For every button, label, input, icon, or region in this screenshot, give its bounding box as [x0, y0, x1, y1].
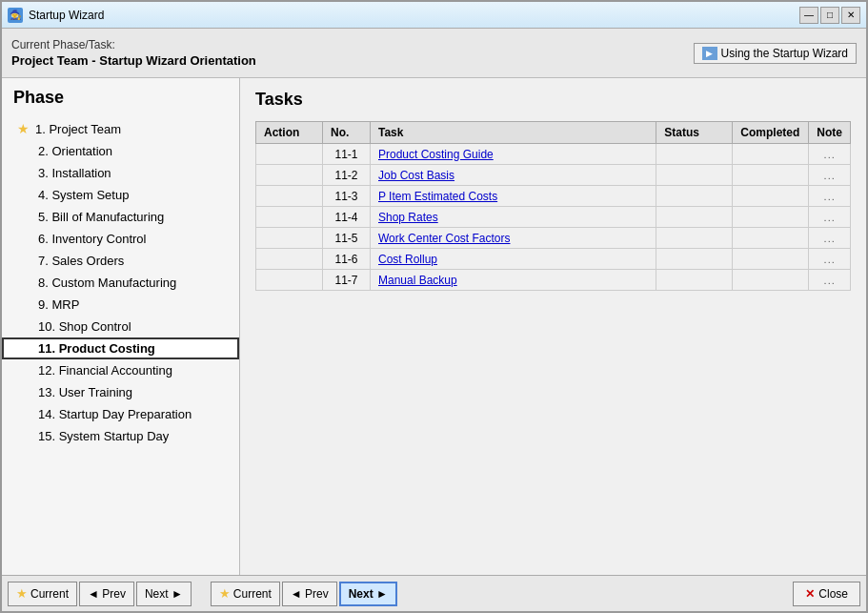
main-content: Phase ★ 1. Project Team 2. Orientation 3… — [2, 78, 866, 575]
sidebar-item-13[interactable]: 13. User Training — [2, 381, 239, 403]
sidebar-next-button[interactable]: Next ► — [136, 582, 192, 606]
table-row: 11-4 Shop Rates ... — [256, 207, 851, 228]
task-link-4[interactable]: Shop Rates — [378, 211, 438, 224]
sidebar-item-15[interactable]: 15. System Startup Day — [2, 425, 239, 447]
action-cell-3 — [256, 186, 323, 207]
status-cell-5 — [656, 228, 733, 249]
sidebar-item-5[interactable]: 5. Bill of Manufacturing — [2, 206, 239, 228]
sidebar-item-3[interactable]: 3. Installation — [2, 162, 239, 184]
sidebar-item-label-8: 8. Custom Manufacturing — [38, 276, 176, 290]
current-star-icon-left: ★ — [16, 586, 28, 601]
tasks-heading: Tasks — [255, 90, 851, 110]
ellipsis-btn-1[interactable]: ... — [824, 149, 836, 160]
no-cell-2: 11-2 — [323, 165, 371, 186]
window-close-button[interactable]: ✕ — [841, 7, 860, 24]
no-cell-3: 11-3 — [323, 186, 371, 207]
sidebar-item-label-12: 12. Financial Accounting — [38, 363, 172, 378]
completed-cell-7 — [733, 270, 809, 291]
sidebar-item-8[interactable]: 8. Custom Manufacturing — [2, 272, 239, 294]
task-link-3[interactable]: P Item Estimated Costs — [378, 190, 497, 203]
sidebar-item-label-5: 5. Bill of Manufacturing — [38, 210, 164, 224]
status-cell-3 — [656, 186, 733, 207]
close-button[interactable]: ✕ Close — [793, 582, 860, 606]
minimize-button[interactable]: — — [799, 7, 818, 24]
window-title: Startup Wizard — [29, 9, 104, 22]
no-cell-1: 11-1 — [323, 144, 371, 165]
ellipsis-btn-3[interactable]: ... — [824, 191, 836, 202]
sidebar-item-7[interactable]: 7. Sales Orders — [2, 250, 239, 272]
maximize-button[interactable]: □ — [820, 7, 839, 24]
sidebar-item-label-4: 4. System Setup — [38, 188, 129, 202]
note-cell-2: ... — [809, 165, 851, 186]
sidebar-item-10[interactable]: 10. Shop Control — [2, 316, 239, 337]
bottom-bar: ★ Current ◄ Prev Next ► ★ Current ◄ Prev… — [2, 575, 866, 611]
task-link-2[interactable]: Job Cost Basis — [378, 169, 454, 182]
sidebar-prev-label: ◄ Prev — [88, 587, 126, 601]
sidebar-item-label-1: 1. Project Team — [35, 122, 121, 136]
note-cell-1: ... — [809, 144, 851, 165]
col-header-note: Note — [809, 122, 851, 144]
tasks-panel: Tasks Action No. Task Status Completed N… — [240, 78, 866, 575]
completed-cell-4 — [733, 207, 809, 228]
current-phase-title: Project Team - Startup Wizard Orientatio… — [11, 53, 256, 68]
sidebar-item-9[interactable]: 9. MRP — [2, 294, 239, 316]
task-link-1[interactable]: Product Costing Guide — [378, 148, 494, 161]
tasks-current-button[interactable]: ★ Current — [211, 582, 280, 606]
table-row: 11-7 Manual Backup ... — [256, 270, 851, 291]
sidebar-item-label-10: 10. Shop Control — [38, 319, 131, 334]
col-header-no: No. — [323, 122, 371, 144]
sidebar-item-11[interactable]: 11. Product Costing — [2, 337, 239, 359]
col-header-task: Task — [371, 122, 656, 144]
status-cell-7 — [656, 270, 733, 291]
close-label: Close — [818, 587, 848, 601]
no-cell-6: 11-6 — [323, 249, 371, 270]
sidebar-item-2[interactable]: 2. Orientation — [2, 140, 239, 162]
task-cell-5: Work Center Cost Factors — [371, 228, 656, 249]
sidebar-heading: Phase — [2, 88, 239, 117]
sidebar-prev-button[interactable]: ◄ Prev — [79, 582, 134, 606]
ellipsis-btn-7[interactable]: ... — [824, 275, 836, 286]
task-link-6[interactable]: Cost Rollup — [378, 253, 437, 266]
table-row: 11-5 Work Center Cost Factors ... — [256, 228, 851, 249]
ellipsis-btn-5[interactable]: ... — [824, 233, 836, 244]
completed-cell-6 — [733, 249, 809, 270]
no-cell-4: 11-4 — [323, 207, 371, 228]
sidebar-item-14[interactable]: 14. Startup Day Preparation — [2, 403, 239, 425]
no-cell-5: 11-5 — [323, 228, 371, 249]
ellipsis-btn-2[interactable]: ... — [824, 170, 836, 181]
sidebar-item-12[interactable]: 12. Financial Accounting — [2, 359, 239, 381]
task-link-7[interactable]: Manual Backup — [378, 274, 457, 287]
sidebar-nav-buttons: ★ Current ◄ Prev Next ► — [8, 582, 192, 606]
tasks-next-label: Next ► — [349, 587, 388, 601]
action-cell-2 — [256, 165, 323, 186]
tasks-nav-buttons: ★ Current ◄ Prev Next ► — [211, 582, 397, 606]
sidebar-current-button[interactable]: ★ Current — [8, 582, 77, 606]
table-row: 11-6 Cost Rollup ... — [256, 249, 851, 270]
ellipsis-btn-6[interactable]: ... — [824, 254, 836, 265]
status-cell-6 — [656, 249, 733, 270]
action-cell-6 — [256, 249, 323, 270]
help-button-label: Using the Startup Wizard — [721, 47, 848, 60]
task-link-5[interactable]: Work Center Cost Factors — [378, 232, 510, 245]
table-row: 11-2 Job Cost Basis ... — [256, 165, 851, 186]
sidebar-item-label-3: 3. Installation — [38, 166, 111, 180]
completed-cell-2 — [733, 165, 809, 186]
tasks-table: Action No. Task Status Completed Note 11… — [255, 121, 851, 291]
title-bar-controls: — □ ✕ — [799, 7, 860, 24]
sidebar-item-4[interactable]: 4. System Setup — [2, 184, 239, 206]
task-cell-3: P Item Estimated Costs — [371, 186, 656, 207]
note-cell-3: ... — [809, 186, 851, 207]
ellipsis-btn-4[interactable]: ... — [824, 212, 836, 223]
help-icon: ▶ — [702, 47, 717, 60]
col-header-action: Action — [256, 122, 323, 144]
help-button[interactable]: ▶ Using the Startup Wizard — [694, 43, 857, 64]
tasks-prev-button[interactable]: ◄ Prev — [282, 582, 337, 606]
sidebar-item-label-14: 14. Startup Day Preparation — [38, 407, 192, 421]
sidebar-item-6[interactable]: 6. Inventory Control — [2, 228, 239, 250]
action-cell-4 — [256, 207, 323, 228]
sidebar-item-1[interactable]: ★ 1. Project Team — [2, 117, 239, 140]
action-cell-7 — [256, 270, 323, 291]
task-cell-4: Shop Rates — [371, 207, 656, 228]
sidebar-next-label: Next ► — [145, 587, 183, 601]
tasks-next-button[interactable]: Next ► — [339, 582, 397, 606]
